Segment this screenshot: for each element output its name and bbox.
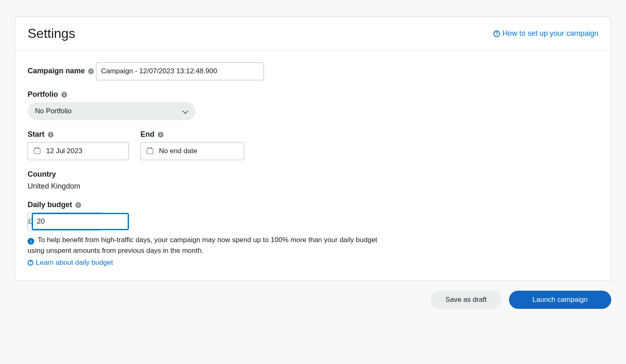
currency-symbol: £ bbox=[28, 213, 32, 230]
country-label: Country bbox=[28, 170, 56, 179]
portfolio-select[interactable]: No Portfolio bbox=[28, 102, 196, 120]
portfolio-field: Portfolio No Portfolio bbox=[28, 90, 598, 120]
info-icon[interactable] bbox=[48, 132, 54, 138]
end-date-field: End No end date bbox=[140, 130, 244, 160]
start-label: Start bbox=[28, 130, 54, 139]
help-icon: ? bbox=[28, 260, 33, 266]
save-draft-button[interactable]: Save as draft bbox=[431, 291, 502, 309]
help-icon: ? bbox=[493, 30, 500, 37]
info-icon[interactable] bbox=[61, 92, 67, 98]
page-title: Settings bbox=[28, 26, 75, 41]
end-label: End bbox=[140, 130, 164, 139]
calendar-icon bbox=[147, 148, 153, 154]
budget-info-block: To help benefit from high-traffic days, … bbox=[28, 235, 378, 268]
date-range-row: Start 12 Jul 2023 End No end date bbox=[28, 130, 598, 160]
launch-campaign-button[interactable]: Launch campaign bbox=[509, 291, 611, 309]
budget-input-group: £ bbox=[28, 212, 103, 231]
start-date-input[interactable]: 12 Jul 2023 bbox=[28, 142, 129, 160]
learn-budget-link[interactable]: ? Learn about daily budget bbox=[28, 257, 113, 268]
end-date-value: No end date bbox=[159, 147, 197, 155]
calendar-icon bbox=[34, 148, 40, 154]
settings-card: Settings ? How to set up your campaign C… bbox=[15, 16, 611, 281]
portfolio-selected-value: No Portfolio bbox=[35, 107, 72, 115]
country-value: United Kingdom bbox=[28, 182, 598, 191]
info-solid-icon bbox=[28, 238, 34, 245]
campaign-name-label: Campaign name bbox=[28, 67, 94, 75]
action-bar: Save as draft Launch campaign bbox=[15, 281, 611, 325]
budget-label: Daily budget bbox=[28, 201, 81, 209]
card-header: Settings ? How to set up your campaign bbox=[15, 17, 611, 51]
card-body: Campaign name Portfolio No Portfolio Sta… bbox=[15, 51, 611, 280]
help-link-text: How to set up your campaign bbox=[502, 29, 598, 38]
start-date-value: 12 Jul 2023 bbox=[46, 147, 82, 155]
info-icon[interactable] bbox=[158, 132, 164, 138]
learn-link-text: Learn about daily budget bbox=[36, 257, 113, 268]
how-to-setup-link[interactable]: ? How to set up your campaign bbox=[493, 29, 598, 38]
country-field: Country United Kingdom bbox=[28, 170, 598, 191]
start-date-field: Start 12 Jul 2023 bbox=[28, 130, 129, 160]
campaign-name-input[interactable] bbox=[96, 62, 264, 80]
portfolio-label: Portfolio bbox=[28, 90, 67, 99]
end-date-input[interactable]: No end date bbox=[140, 142, 244, 160]
chevron-down-icon bbox=[182, 108, 188, 114]
daily-budget-input[interactable] bbox=[32, 213, 129, 230]
budget-info-text: To help benefit from high-traffic days, … bbox=[28, 236, 377, 254]
info-icon[interactable] bbox=[88, 68, 94, 74]
campaign-name-field: Campaign name bbox=[28, 62, 598, 80]
info-icon[interactable] bbox=[75, 202, 81, 208]
daily-budget-field: Daily budget £ To help benefit from high… bbox=[28, 201, 598, 268]
